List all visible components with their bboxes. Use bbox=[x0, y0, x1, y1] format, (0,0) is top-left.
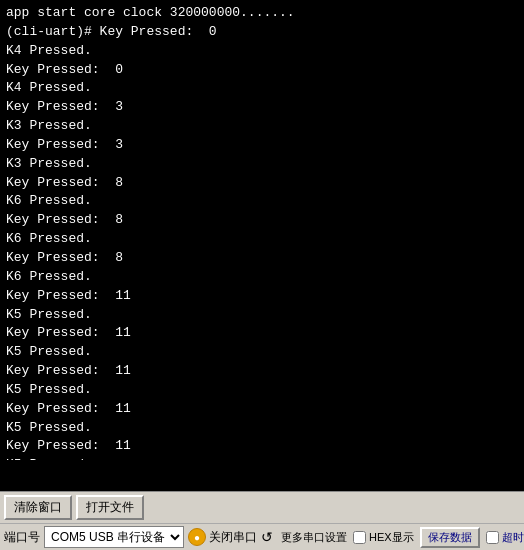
terminal-line: K3 Pressed. bbox=[6, 155, 518, 174]
hex-display-label: HEX显示 bbox=[369, 530, 414, 545]
terminal-line: Key Pressed: 0 bbox=[6, 61, 518, 80]
terminal-line: Key Pressed: 8 bbox=[6, 211, 518, 230]
terminal-line: Key Pressed: 11 bbox=[6, 437, 518, 456]
terminal-output: app start core clock 320000000.......(cl… bbox=[0, 0, 524, 460]
terminal-line: app start core clock 320000000....... bbox=[6, 4, 518, 23]
bottom-bar: 清除窗口 打开文件 端口号 COM5 USB 串行设备 ● 关闭串口 ↺ 更多串… bbox=[0, 491, 524, 550]
more-ports-label[interactable]: 更多串口设置 bbox=[281, 530, 347, 545]
more-ports-group: 更多串口设置 bbox=[281, 530, 347, 545]
terminal-line: Key Pressed: 8 bbox=[6, 174, 518, 193]
right-section: 更多串口设置 HEX显示 保存数据 超时 bbox=[281, 527, 524, 548]
terminal-line: Key Pressed: 11 bbox=[6, 362, 518, 381]
terminal-line: K5 Pressed. bbox=[6, 381, 518, 400]
terminal-line: Key Pressed: 11 bbox=[6, 287, 518, 306]
close-port-icon: ● bbox=[188, 528, 206, 546]
terminal-line: Key Pressed: 3 bbox=[6, 136, 518, 155]
terminal-line: Key Pressed: 3 bbox=[6, 98, 518, 117]
port-label: 端口号 bbox=[4, 529, 40, 546]
terminal-line: K4 Pressed. bbox=[6, 79, 518, 98]
terminal-line: K5 Pressed. bbox=[6, 343, 518, 362]
timestamp-checkbox[interactable] bbox=[486, 531, 499, 544]
hex-display-checkbox[interactable] bbox=[353, 531, 366, 544]
terminal-line: (cli-uart)# Key Pressed: 0 bbox=[6, 23, 518, 42]
clear-window-button[interactable]: 清除窗口 bbox=[4, 495, 72, 520]
save-data-button[interactable]: 保存数据 bbox=[420, 527, 480, 548]
hex-display-group: HEX显示 bbox=[353, 530, 414, 545]
terminal-line: Key Pressed: 11 bbox=[6, 324, 518, 343]
timestamp-label: 超时 bbox=[502, 530, 524, 545]
status-row: 端口号 COM5 USB 串行设备 ● 关闭串口 ↺ 更多串口设置 HEX显示 … bbox=[0, 524, 524, 550]
terminal-line: K4 Pressed. bbox=[6, 42, 518, 61]
close-port-button[interactable]: ● 关闭串口 bbox=[188, 528, 257, 546]
close-port-label: 关闭串口 bbox=[209, 529, 257, 546]
terminal-line: K3 Pressed. bbox=[6, 117, 518, 136]
terminal-line: K5 Pressed. bbox=[6, 456, 518, 460]
terminal-line: Key Pressed: 11 bbox=[6, 400, 518, 419]
port-select[interactable]: COM5 USB 串行设备 bbox=[44, 526, 184, 548]
terminal-line: K6 Pressed. bbox=[6, 268, 518, 287]
toolbar-row: 清除窗口 打开文件 bbox=[0, 492, 524, 524]
open-file-button[interactable]: 打开文件 bbox=[76, 495, 144, 520]
terminal-line: Key Pressed: 8 bbox=[6, 249, 518, 268]
terminal-line: K6 Pressed. bbox=[6, 230, 518, 249]
timestamp-group: 超时 bbox=[486, 530, 524, 545]
refresh-icon[interactable]: ↺ bbox=[261, 528, 273, 546]
terminal-line: K5 Pressed. bbox=[6, 419, 518, 438]
terminal-line: K5 Pressed. bbox=[6, 306, 518, 325]
terminal-line: K6 Pressed. bbox=[6, 192, 518, 211]
